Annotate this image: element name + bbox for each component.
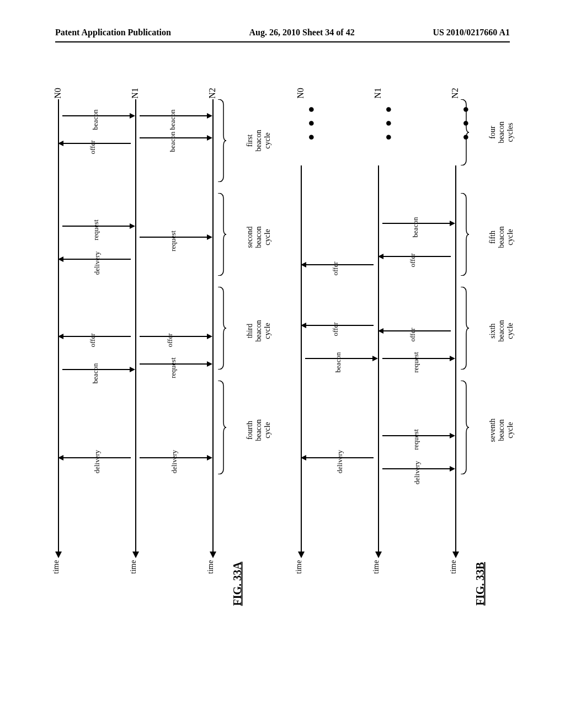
figure-caption-a: FIG. 33A bbox=[231, 479, 244, 689]
message-label: offer bbox=[331, 322, 340, 336]
message-arrow: request bbox=[378, 430, 455, 441]
message-arrow: beacon bbox=[58, 364, 135, 375]
message-arrow: beacon bbox=[378, 218, 455, 229]
message-label: delivery bbox=[170, 450, 179, 474]
message-label: delivery bbox=[93, 450, 102, 474]
message-label: beacon bbox=[91, 363, 100, 384]
message-arrow: offer bbox=[378, 251, 455, 262]
message-arrow: delivery bbox=[135, 452, 212, 463]
message-label: delivery bbox=[413, 461, 422, 485]
message-arrow: beacon bbox=[301, 353, 378, 364]
header: Patent Application Publication Aug. 26, … bbox=[55, 28, 510, 38]
header-center: Aug. 26, 2010 Sheet 34 of 42 bbox=[249, 28, 355, 38]
message-arrow: delivery bbox=[58, 452, 135, 463]
message-label: request bbox=[169, 231, 178, 251]
column-label-n0-b: N0 bbox=[296, 88, 306, 99]
message-arrow: delivery bbox=[58, 254, 135, 265]
message-arrow: delivery bbox=[301, 452, 378, 463]
message-label: offer bbox=[408, 253, 417, 267]
message-label: beacon bbox=[168, 132, 177, 152]
column-label-n2-b: N2 bbox=[450, 88, 460, 99]
diagram-area: N0 N1 N2 time time time first beacon cyc… bbox=[55, 66, 510, 673]
time-label-n0: time bbox=[52, 560, 61, 574]
message-arrow: beacon bbox=[135, 110, 212, 121]
time-label-n1: time bbox=[129, 560, 138, 574]
header-rule bbox=[55, 41, 510, 42]
column-label-n0: N0 bbox=[53, 88, 63, 99]
message-arrow: beacon bbox=[58, 110, 135, 121]
message-arrow: offer bbox=[301, 259, 378, 270]
message-label: offer bbox=[166, 333, 174, 347]
time-label-n2: time bbox=[206, 560, 215, 574]
message-arrow: offer bbox=[58, 331, 135, 342]
message-arrow: request bbox=[135, 358, 212, 370]
message-label: request bbox=[412, 429, 420, 450]
message-label: request bbox=[412, 352, 420, 373]
column-label-n1-b: N1 bbox=[373, 88, 383, 99]
message-arrow: offer bbox=[301, 320, 378, 331]
message-arrow: offer bbox=[58, 138, 135, 149]
message-arrow: beacon bbox=[135, 132, 212, 143]
message-label: offer bbox=[88, 140, 97, 154]
time-label-n2-b: time bbox=[449, 560, 458, 574]
message-label: request bbox=[169, 357, 178, 378]
header-left: Patent Application Publication bbox=[55, 28, 171, 38]
message-label: beacon bbox=[91, 110, 100, 130]
message-arrow: request bbox=[135, 232, 212, 243]
figure-33a: N0 N1 N2 time time time first beacon cyc… bbox=[55, 66, 265, 618]
time-label-n1-b: time bbox=[372, 560, 381, 574]
message-label: offer bbox=[408, 328, 417, 341]
message-label: beacon bbox=[168, 110, 177, 130]
message-label: delivery bbox=[335, 450, 344, 474]
column-label-n1: N1 bbox=[130, 88, 140, 99]
message-arrow: request bbox=[58, 221, 135, 232]
time-label-n0-b: time bbox=[295, 560, 303, 574]
message-label: beacon bbox=[411, 217, 420, 238]
message-label: beacon bbox=[334, 352, 343, 373]
message-label: offer bbox=[331, 261, 340, 275]
message-arrow: delivery bbox=[378, 463, 455, 474]
message-label: request bbox=[92, 220, 100, 240]
column-label-n2: N2 bbox=[207, 88, 217, 99]
message-label: delivery bbox=[93, 251, 102, 275]
message-arrow: request bbox=[378, 353, 455, 364]
figure-caption-b: FIG. 33B bbox=[474, 479, 487, 689]
message-arrow: offer bbox=[135, 331, 212, 342]
page: Patent Application Publication Aug. 26, … bbox=[0, 0, 565, 728]
figure-33b: N0 N1 N2 ● ● ● ● ● ● ● ● ● time time tim… bbox=[298, 66, 508, 618]
message-label: offer bbox=[88, 333, 97, 347]
message-arrow: offer bbox=[378, 325, 455, 336]
header-right: US 2010/0217660 A1 bbox=[433, 28, 510, 38]
